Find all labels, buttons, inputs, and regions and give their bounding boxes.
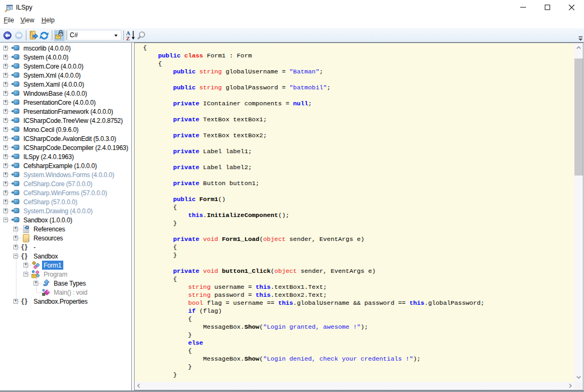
svg-text:Z: Z — [126, 35, 130, 41]
